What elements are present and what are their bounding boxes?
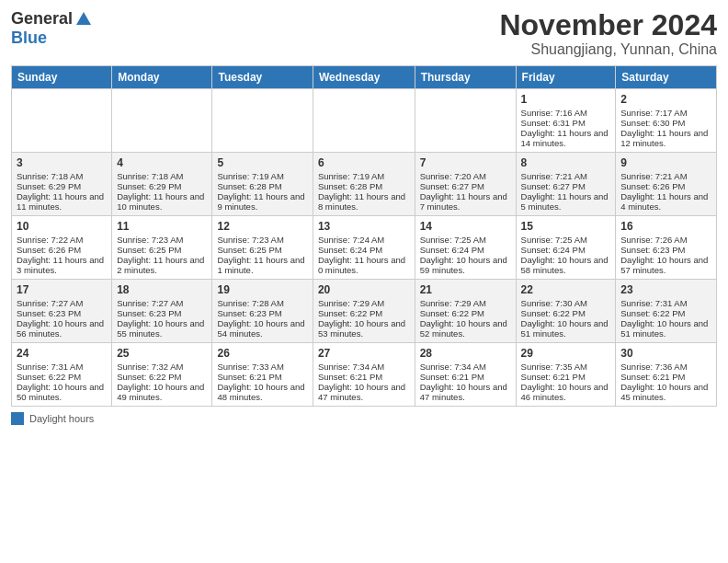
day-number: 18: [117, 283, 207, 296]
day-info: Daylight: 10 hours and 53 minutes.: [318, 318, 410, 339]
day-info: Sunset: 6:21 PM: [318, 372, 410, 382]
day-info: Daylight: 10 hours and 58 minutes.: [521, 255, 611, 275]
day-info: Daylight: 11 hours and 5 minutes.: [521, 191, 611, 212]
day-info: Daylight: 10 hours and 51 minutes.: [521, 318, 611, 339]
day-number: 21: [420, 283, 511, 296]
week-row-3: 10Sunrise: 7:22 AMSunset: 6:26 PMDayligh…: [12, 216, 717, 280]
day-info: Sunset: 6:21 PM: [521, 372, 611, 382]
calendar-cell: 1Sunrise: 7:16 AMSunset: 6:31 PMDaylight…: [516, 89, 616, 153]
month-title: November 2024: [499, 9, 717, 41]
day-info: Sunrise: 7:32 AM: [117, 362, 207, 372]
day-number: 13: [318, 220, 410, 233]
calendar-cell: [112, 89, 212, 153]
calendar-cell: 8Sunrise: 7:21 AMSunset: 6:27 PMDaylight…: [516, 153, 616, 216]
day-info: Daylight: 11 hours and 4 minutes.: [620, 191, 711, 212]
day-info: Sunset: 6:27 PM: [521, 181, 611, 191]
day-number: 9: [620, 156, 711, 169]
day-number: 28: [420, 347, 511, 360]
day-info: Daylight: 11 hours and 11 minutes.: [17, 191, 107, 212]
day-number: 5: [217, 156, 307, 169]
day-info: Sunset: 6:29 PM: [117, 181, 207, 191]
day-info: Daylight: 10 hours and 59 minutes.: [420, 255, 511, 275]
day-info: Sunset: 6:23 PM: [117, 308, 207, 318]
weekday-header-friday: Friday: [516, 66, 616, 89]
day-info: Sunrise: 7:31 AM: [620, 298, 711, 308]
day-info: Sunrise: 7:16 AM: [521, 108, 611, 118]
day-info: Sunrise: 7:21 AM: [521, 171, 611, 181]
day-info: Sunrise: 7:29 AM: [318, 298, 410, 308]
calendar-cell: 29Sunrise: 7:35 AMSunset: 6:21 PMDayligh…: [516, 343, 616, 407]
week-row-5: 24Sunrise: 7:31 AMSunset: 6:22 PMDayligh…: [12, 343, 717, 407]
day-info: Daylight: 10 hours and 57 minutes.: [620, 255, 711, 275]
day-number: 29: [521, 347, 611, 360]
day-number: 3: [17, 156, 107, 169]
day-info: Sunrise: 7:23 AM: [217, 235, 307, 245]
calendar-cell: 15Sunrise: 7:25 AMSunset: 6:24 PMDayligh…: [516, 216, 616, 280]
svg-marker-0: [76, 12, 91, 25]
calendar-header: SundayMondayTuesdayWednesdayThursdayFrid…: [12, 66, 717, 89]
day-number: 26: [217, 347, 307, 360]
day-info: Sunrise: 7:27 AM: [117, 298, 207, 308]
calendar-cell: [415, 89, 516, 153]
day-info: Sunset: 6:23 PM: [620, 245, 711, 255]
calendar-cell: 2Sunrise: 7:17 AMSunset: 6:30 PMDaylight…: [616, 89, 717, 153]
day-info: Sunset: 6:21 PM: [420, 372, 511, 382]
day-info: Sunset: 6:22 PM: [318, 308, 410, 318]
day-info: Daylight: 10 hours and 47 minutes.: [318, 382, 410, 402]
day-info: Sunset: 6:24 PM: [318, 245, 410, 255]
day-info: Sunrise: 7:29 AM: [420, 298, 511, 308]
calendar-cell: 10Sunrise: 7:22 AMSunset: 6:26 PMDayligh…: [12, 216, 112, 280]
day-info: Sunset: 6:29 PM: [17, 181, 107, 191]
day-info: Sunrise: 7:20 AM: [420, 171, 511, 181]
day-info: Daylight: 10 hours and 48 minutes.: [217, 382, 307, 402]
calendar-cell: 13Sunrise: 7:24 AMSunset: 6:24 PMDayligh…: [313, 216, 415, 280]
calendar-cell: [313, 89, 415, 153]
day-info: Daylight: 11 hours and 10 minutes.: [117, 191, 207, 212]
day-number: 4: [117, 156, 207, 169]
day-number: 19: [217, 283, 307, 296]
day-number: 23: [620, 283, 711, 296]
weekday-header-sunday: Sunday: [12, 66, 112, 89]
logo: General Blue: [11, 9, 93, 48]
day-number: 17: [17, 283, 107, 296]
day-info: Sunrise: 7:17 AM: [620, 108, 711, 118]
day-info: Sunset: 6:28 PM: [318, 181, 410, 191]
weekday-header-monday: Monday: [112, 66, 212, 89]
weekday-header-row: SundayMondayTuesdayWednesdayThursdayFrid…: [12, 66, 717, 89]
day-info: Sunrise: 7:34 AM: [318, 362, 410, 372]
day-info: Daylight: 11 hours and 9 minutes.: [217, 191, 307, 212]
day-info: Sunset: 6:22 PM: [521, 308, 611, 318]
day-number: 11: [117, 220, 207, 233]
calendar-body: 1Sunrise: 7:16 AMSunset: 6:31 PMDaylight…: [12, 89, 717, 407]
day-number: 20: [318, 283, 410, 296]
calendar-cell: 3Sunrise: 7:18 AMSunset: 6:29 PMDaylight…: [12, 153, 112, 216]
day-info: Sunset: 6:22 PM: [620, 308, 711, 318]
calendar-cell: 16Sunrise: 7:26 AMSunset: 6:23 PMDayligh…: [616, 216, 717, 280]
day-info: Sunrise: 7:19 AM: [318, 171, 410, 181]
day-info: Sunrise: 7:25 AM: [521, 235, 611, 245]
day-info: Sunset: 6:21 PM: [217, 372, 307, 382]
calendar-cell: 11Sunrise: 7:23 AMSunset: 6:25 PMDayligh…: [112, 216, 212, 280]
day-info: Daylight: 10 hours and 51 minutes.: [620, 318, 711, 339]
calendar-cell: 5Sunrise: 7:19 AMSunset: 6:28 PMDaylight…: [212, 153, 313, 216]
day-number: 2: [620, 93, 711, 106]
calendar-cell: 25Sunrise: 7:32 AMSunset: 6:22 PMDayligh…: [112, 343, 212, 407]
day-info: Daylight: 10 hours and 52 minutes.: [420, 318, 511, 339]
day-info: Sunrise: 7:28 AM: [217, 298, 307, 308]
calendar-cell: 4Sunrise: 7:18 AMSunset: 6:29 PMDaylight…: [112, 153, 212, 216]
day-info: Daylight: 10 hours and 47 minutes.: [420, 382, 511, 402]
calendar-cell: 21Sunrise: 7:29 AMSunset: 6:22 PMDayligh…: [415, 280, 516, 343]
weekday-header-thursday: Thursday: [415, 66, 516, 89]
calendar-cell: 6Sunrise: 7:19 AMSunset: 6:28 PMDaylight…: [313, 153, 415, 216]
day-info: Sunset: 6:25 PM: [117, 245, 207, 255]
day-number: 7: [420, 156, 511, 169]
day-info: Sunset: 6:22 PM: [117, 372, 207, 382]
day-number: 30: [620, 347, 711, 360]
week-row-1: 1Sunrise: 7:16 AMSunset: 6:31 PMDaylight…: [12, 89, 717, 153]
logo-general-text: General: [11, 9, 73, 29]
day-info: Daylight: 10 hours and 46 minutes.: [521, 382, 611, 402]
calendar-cell: [212, 89, 313, 153]
day-info: Daylight: 10 hours and 50 minutes.: [17, 382, 107, 402]
calendar-cell: 27Sunrise: 7:34 AMSunset: 6:21 PMDayligh…: [313, 343, 415, 407]
calendar-cell: [12, 89, 112, 153]
